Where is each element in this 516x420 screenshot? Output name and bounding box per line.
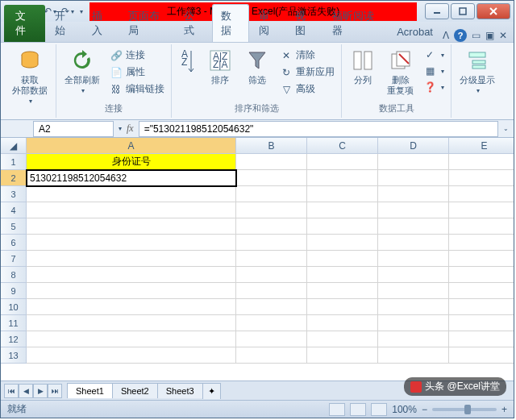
sheet-tab-1[interactable]: Sheet1 [67, 383, 113, 398]
tab-view[interactable]: 视图 [287, 5, 322, 42]
tab-home[interactable]: 开始 [47, 5, 81, 42]
fx-icon[interactable]: fx [122, 123, 139, 135]
col-header-E[interactable]: E [449, 138, 514, 154]
tab-formulas[interactable]: 公式 [176, 5, 210, 42]
col-header-A[interactable]: A [27, 138, 236, 154]
cell[interactable] [449, 299, 514, 315]
cell[interactable] [378, 283, 449, 299]
row-header[interactable]: 8 [1, 267, 27, 283]
cell[interactable] [27, 299, 236, 315]
cell[interactable] [27, 283, 236, 299]
cell[interactable] [449, 218, 514, 235]
cell[interactable] [307, 170, 378, 186]
cell[interactable] [378, 186, 449, 202]
cell[interactable] [449, 315, 514, 331]
get-external-data-button[interactable]: 获取 外部数据 ▾ [7, 46, 52, 106]
cell[interactable] [449, 251, 514, 267]
reapply-button[interactable]: ↻重新应用 [277, 64, 338, 80]
formula-expand-icon[interactable]: ⌄ [503, 125, 514, 132]
sheet-tab-2[interactable]: Sheet2 [112, 383, 158, 398]
cell[interactable] [236, 218, 307, 235]
wb-restore-icon[interactable]: ▣ [485, 30, 494, 41]
tab-review[interactable]: 审阅 [251, 5, 285, 42]
cell[interactable] [236, 331, 307, 347]
cell[interactable] [236, 315, 307, 331]
outline-button[interactable]: 分级显示 ▾ [455, 46, 500, 96]
cell[interactable] [449, 202, 514, 218]
cell[interactable] [378, 170, 449, 186]
cell[interactable] [307, 283, 378, 299]
cell[interactable] [307, 251, 378, 267]
col-header-D[interactable]: D [378, 138, 449, 154]
refresh-all-button[interactable]: 全部刷新 ▾ [60, 46, 105, 96]
remove-duplicates-button[interactable]: 删除 重复项 [382, 46, 418, 98]
grid[interactable]: ◢ A B C D E 1 身份证号 2 513021198512054632 … [1, 138, 514, 364]
consolidate-button[interactable]: ▦▾ [420, 64, 447, 78]
cell[interactable] [449, 235, 514, 251]
cell[interactable] [27, 235, 236, 251]
cell[interactable] [236, 283, 307, 299]
cell[interactable] [449, 186, 514, 202]
cell[interactable] [27, 186, 236, 202]
cell[interactable] [307, 218, 378, 235]
next-sheet-button[interactable]: ▶ [33, 384, 48, 398]
cell[interactable] [236, 235, 307, 251]
text-to-columns-button[interactable]: 分列 [345, 46, 381, 87]
cell[interactable] [307, 315, 378, 331]
edit-links-button[interactable]: ⛓编辑链接 [106, 81, 168, 97]
prev-sheet-button[interactable]: ◀ [19, 384, 33, 398]
tab-insert[interactable]: 插入 [84, 5, 119, 42]
cell[interactable] [236, 154, 307, 170]
tab-layout[interactable]: 页面布局 [120, 5, 174, 42]
row-header[interactable]: 2 [1, 170, 27, 186]
properties-button[interactable]: 📄属性 [106, 64, 168, 80]
tab-file[interactable]: 文件 [4, 5, 45, 42]
cell[interactable] [378, 315, 449, 331]
row-header[interactable]: 3 [1, 186, 27, 202]
cell[interactable] [449, 154, 514, 170]
tab-foxit[interactable]: 福昕阅读器 [324, 5, 388, 42]
clear-filter-button[interactable]: ✕清除 [277, 48, 338, 63]
row-header[interactable]: 13 [1, 347, 27, 364]
close-button[interactable] [476, 3, 510, 19]
cell[interactable] [236, 267, 307, 283]
cell[interactable] [378, 299, 449, 315]
first-sheet-button[interactable]: ⏮ [4, 384, 19, 398]
cell[interactable] [449, 267, 514, 283]
cell[interactable] [236, 170, 307, 186]
sort-az-button[interactable]: AZ [175, 46, 201, 78]
cell[interactable] [27, 267, 236, 283]
last-sheet-button[interactable]: ⏭ [48, 384, 62, 398]
cell[interactable] [236, 186, 307, 202]
cell[interactable] [378, 331, 449, 347]
cell[interactable] [27, 251, 236, 267]
filter-button[interactable]: 筛选 [239, 46, 275, 87]
cell[interactable] [449, 170, 514, 186]
col-header-B[interactable]: B [236, 138, 307, 154]
cell[interactable] [236, 347, 307, 364]
page-break-view-button[interactable] [371, 403, 387, 416]
name-box[interactable]: A2 [33, 121, 114, 137]
formula-bar[interactable]: ="513021198512054632" [139, 121, 498, 137]
wb-close-icon[interactable]: ✕ [499, 30, 507, 41]
cell[interactable] [27, 315, 236, 331]
cell[interactable] [378, 267, 449, 283]
cell[interactable] [307, 202, 378, 218]
row-header[interactable]: 12 [1, 331, 27, 347]
col-header-C[interactable]: C [307, 138, 378, 154]
row-header[interactable]: 9 [1, 283, 27, 299]
cell[interactable] [378, 202, 449, 218]
cell[interactable] [307, 299, 378, 315]
cell[interactable] [307, 186, 378, 202]
cell-A2[interactable]: 513021198512054632 [27, 170, 236, 186]
sort-button[interactable]: A|ZZ|A 排序 [202, 46, 238, 87]
cell[interactable] [378, 347, 449, 364]
page-layout-view-button[interactable] [350, 403, 366, 416]
zoom-in-button[interactable]: + [501, 404, 507, 415]
zoom-slider[interactable] [432, 408, 497, 411]
cell[interactable] [378, 154, 449, 170]
tab-data[interactable]: 数据 [212, 4, 248, 42]
cell[interactable] [27, 331, 236, 347]
select-all-corner[interactable]: ◢ [1, 138, 27, 154]
cell[interactable] [236, 299, 307, 315]
